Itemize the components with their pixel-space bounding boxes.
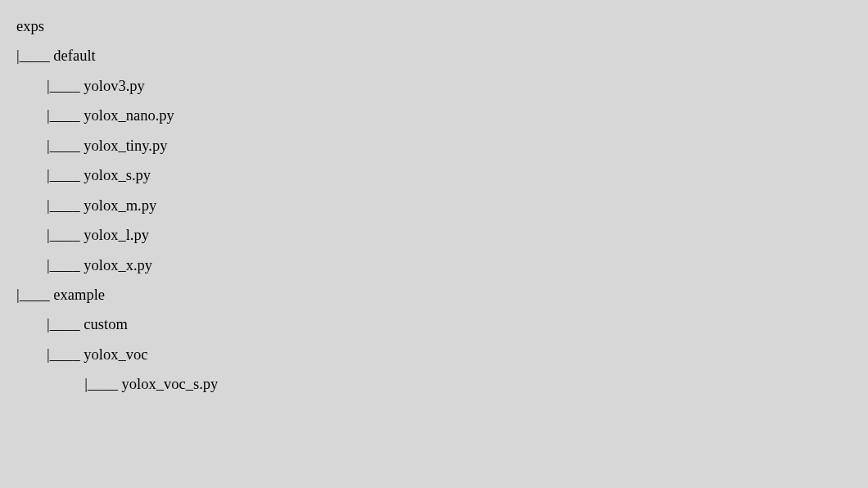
tree-line: |____ yolox_l.py [16, 220, 852, 250]
tree-line: |____ yolox_x.py [16, 251, 852, 280]
tree-line: |____ example [16, 280, 852, 310]
tree-line: exps [16, 11, 852, 41]
tree-line: |____ yolox_tiny.py [16, 131, 852, 160]
tree-line: |____ default [16, 41, 852, 70]
tree-line: |____ yolox_nano.py [16, 101, 852, 130]
tree-line: |____ custom [16, 310, 852, 339]
directory-tree-block: exps|____ default |____ yolov3.py |____ … [0, 0, 868, 488]
tree-line: |____ yolox_s.py [16, 160, 852, 190]
tree-line: |____ yolox_voc_s.py [16, 369, 852, 399]
tree-line: |____ yolox_voc [16, 340, 852, 369]
tree-line: |____ yolox_m.py [16, 191, 852, 220]
tree-line: |____ yolov3.py [16, 71, 852, 101]
